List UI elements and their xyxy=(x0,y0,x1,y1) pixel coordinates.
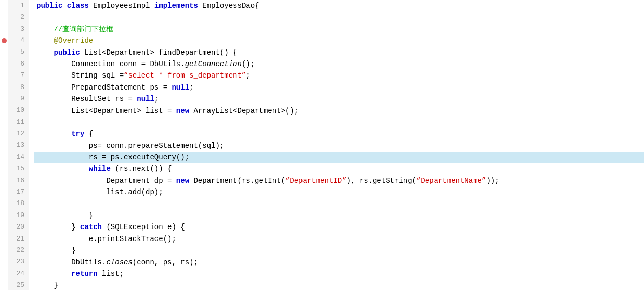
line-number: 23 xyxy=(12,257,24,268)
line-number: 18 xyxy=(12,198,24,210)
code-line: Connection conn = DbUtils.getConnection(… xyxy=(34,58,644,70)
token-normal: list; xyxy=(98,268,124,280)
token-string: “DepartmentName” xyxy=(416,175,486,186)
line-number: 4 xyxy=(12,35,24,46)
code-line: public class EmployeesImpl implements Em… xyxy=(34,0,644,11)
token-normal: ArrayList<Department>(); xyxy=(189,105,298,117)
token-normal xyxy=(36,163,89,174)
line-number: 5 xyxy=(12,47,24,58)
line-number: 11 xyxy=(12,117,24,128)
token-normal: { xyxy=(84,128,93,140)
code-line: //查询部门下拉框 xyxy=(34,23,644,35)
line-number: 6 xyxy=(12,58,24,70)
line-number: 19 xyxy=(12,210,24,221)
line-number: 21 xyxy=(12,233,24,245)
line-numbers: 1234567891011121314151617181920212223242… xyxy=(8,0,29,290)
code-line: try { xyxy=(34,128,644,140)
token-kw: new xyxy=(176,175,189,186)
token-string: “select * from s_department” xyxy=(124,70,246,81)
code-area: 1234567891011121314151617181920212223242… xyxy=(0,0,644,290)
token-normal: ResultSet rs = xyxy=(36,93,137,105)
token-normal: Connection conn = DbUtils. xyxy=(36,58,185,70)
line-number: 13 xyxy=(12,140,24,152)
token-kw: null xyxy=(172,82,189,93)
code-line: list.add(dp); xyxy=(34,186,644,198)
line-number: 22 xyxy=(12,245,24,256)
code-line: public List<Department> findDepartment()… xyxy=(34,47,644,58)
code-line xyxy=(34,117,644,128)
line-number: 16 xyxy=(12,175,24,186)
line-number: 2 xyxy=(12,11,24,23)
token-italic: closes xyxy=(106,257,132,268)
token-kw: public xyxy=(54,47,80,58)
token-normal xyxy=(62,0,67,11)
line-number: 9 xyxy=(12,93,24,105)
code-line: List<Department> list = new ArrayList<De… xyxy=(34,105,644,117)
token-normal: String sql = xyxy=(36,70,124,81)
code-line: @Override xyxy=(34,35,644,46)
code-line: return list; xyxy=(34,268,644,280)
code-line: Department dp = new Department(rs.getInt… xyxy=(34,175,644,186)
code-lines[interactable]: public class EmployeesImpl implements Em… xyxy=(29,0,644,290)
code-line: rs = ps.executeQuery(); xyxy=(34,152,644,163)
token-normal: PreparedStatement ps = xyxy=(36,82,172,93)
token-normal: ; xyxy=(189,82,193,93)
token-normal: )); xyxy=(486,175,499,186)
code-line: e.printStackTrace(); xyxy=(34,233,644,245)
token-normal: } xyxy=(36,221,80,233)
token-normal: Department(rs.getInt( xyxy=(189,175,285,186)
token-kw: while xyxy=(89,163,111,174)
token-normal: (SQLException e) { xyxy=(102,221,185,233)
code-editor: 1234567891011121314151617181920212223242… xyxy=(0,0,644,290)
code-line: } catch (SQLException e) { xyxy=(34,221,644,233)
token-normal: EmployeesImpl xyxy=(89,0,154,11)
token-normal: rs = ps.executeQuery(); xyxy=(36,152,189,163)
token-normal: ; xyxy=(246,70,250,81)
breakpoint-marker xyxy=(2,38,7,43)
code-line: while (rs.next()) { xyxy=(34,163,644,174)
token-normal: ; xyxy=(154,93,159,105)
token-comment: //查询部门下拉框 xyxy=(36,23,113,35)
code-line: String sql =“select * from s_department”… xyxy=(34,70,644,81)
token-italic: getConnection xyxy=(185,58,242,70)
token-normal: DbUtils. xyxy=(36,257,106,268)
token-normal: (rs.next()) { xyxy=(111,163,172,174)
token-normal xyxy=(36,35,54,46)
code-line: } xyxy=(34,245,644,256)
line-number: 8 xyxy=(12,82,24,93)
line-number: 14 xyxy=(12,152,24,163)
line-number: 24 xyxy=(12,268,24,280)
token-normal: } xyxy=(36,245,76,256)
token-kw: implements xyxy=(154,0,198,11)
token-normal: } xyxy=(36,280,58,290)
code-line: PreparedStatement ps = null; xyxy=(34,82,644,93)
code-line: } xyxy=(34,280,644,290)
token-normal: List<Department> findDepartment() { xyxy=(80,47,237,58)
token-normal: (conn, ps, rs); xyxy=(133,257,198,268)
token-normal xyxy=(36,268,71,280)
token-kw: new xyxy=(176,105,189,117)
token-kw: class xyxy=(67,0,89,11)
token-annotation: @Override xyxy=(54,35,94,46)
code-line: } xyxy=(34,210,644,221)
line-number: 10 xyxy=(12,105,24,117)
line-number: 3 xyxy=(12,23,24,35)
token-normal: List<Department> list = xyxy=(36,105,176,117)
token-normal: e.printStackTrace(); xyxy=(36,233,176,245)
code-line: ps= conn.prepareStatement(sql); xyxy=(34,140,644,152)
token-kw: null xyxy=(137,93,154,105)
line-number: 7 xyxy=(12,70,24,81)
token-string: “DepartmentID” xyxy=(285,175,347,186)
code-line xyxy=(34,198,644,210)
token-kw: return xyxy=(71,268,97,280)
line-number: 1 xyxy=(12,0,24,11)
token-normal: Department dp = xyxy=(36,175,176,186)
token-normal: ps= conn.prepareStatement(sql); xyxy=(36,140,224,152)
token-normal: ), rs.getString( xyxy=(347,175,416,186)
line-number: 20 xyxy=(12,221,24,233)
token-normal xyxy=(36,128,71,140)
token-kw: public xyxy=(36,0,62,11)
code-line: DbUtils.closes(conn, ps, rs); xyxy=(34,257,644,268)
line-number: 25 xyxy=(12,280,24,290)
line-number: 17 xyxy=(12,186,24,198)
